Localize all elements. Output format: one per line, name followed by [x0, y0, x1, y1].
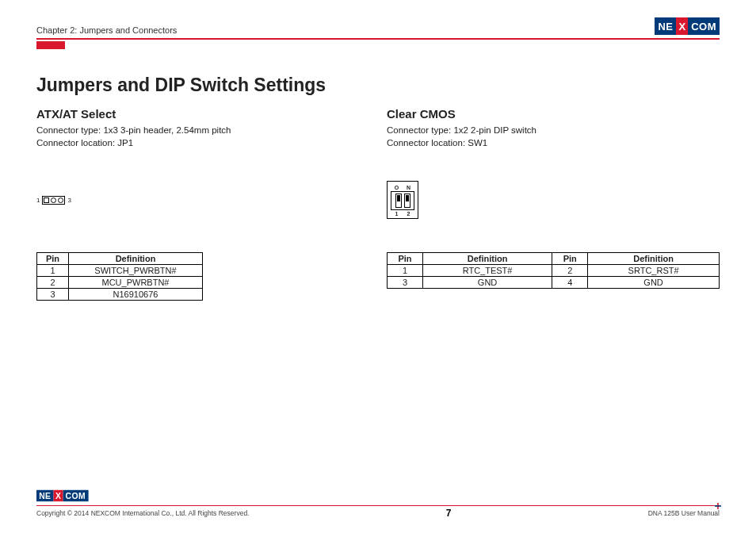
dip-label-n: N: [407, 185, 410, 190]
manual-name: DNA 125B User Manual: [648, 509, 720, 517]
header-rule: [36, 38, 720, 40]
atx-pin-table: Pin Definition 1 SWITCH_PWRBTN# 2 MCU_PW…: [36, 252, 203, 301]
cmos-conn-loc: Connector location: SW1: [387, 136, 720, 149]
cmos-heading: Clear CMOS: [387, 107, 720, 121]
table-row: 3 N16910676: [37, 289, 203, 301]
logo-part-ne: NE: [655, 17, 676, 35]
logo-part-com: COM: [63, 489, 88, 500]
dip-label-1: 1: [395, 211, 399, 217]
footer-logo: NE X COM: [36, 489, 88, 500]
section-atx: ATX/AT Select Connector type: 1x3 3-pin …: [36, 107, 333, 301]
th-def: Definition: [69, 253, 203, 265]
table-row: 1 SWITCH_PWRBTN#: [37, 265, 203, 277]
pin-1-icon: [44, 197, 49, 203]
table-row: 3 GND 4 GND: [388, 277, 720, 289]
cmos-conn-type: Connector type: 1x2 2-pin DIP switch: [387, 124, 720, 136]
dip-label-o: O: [395, 185, 399, 190]
logo-part-x: X: [676, 17, 688, 35]
dip-slot-1: [395, 194, 402, 208]
svg-rect-1: [715, 505, 721, 507]
footer-rule: [36, 505, 720, 507]
chapter-title: Chapter 2: Jumpers and Connectors: [36, 25, 177, 35]
brand-logo: NE X COM: [655, 17, 720, 35]
table-header-row: Pin Definition: [37, 253, 203, 265]
atx-conn-type: Connector type: 1x3 3-pin header, 2.54mm…: [36, 124, 333, 136]
pin-3-icon: [58, 197, 63, 203]
atx-conn-loc: Connector location: JP1: [36, 136, 333, 149]
footer-cross-icon: [715, 503, 721, 509]
dip-handle-icon: [406, 195, 409, 201]
table-row: 1 RTC_TEST# 2 SRTC_RST#: [388, 265, 720, 277]
th-def: Definition: [423, 253, 552, 265]
dip-label-2: 2: [407, 211, 410, 217]
header-accent-block: [36, 41, 65, 49]
table-row: 2 MCU_PWRBTN#: [37, 277, 203, 289]
th-pin: Pin: [552, 253, 588, 265]
table-header-row: Pin Definition Pin Definition: [388, 253, 720, 265]
th-pin: Pin: [37, 253, 69, 265]
logo-part-x: X: [54, 489, 63, 500]
cmos-pin-table: Pin Definition Pin Definition 1 RTC_TEST…: [387, 252, 720, 289]
logo-part-com: COM: [688, 17, 720, 35]
pin-header-diagram: 1 3: [36, 196, 71, 205]
pin-label-1: 1: [36, 197, 40, 204]
page-title: Jumpers and DIP Switch Settings: [36, 75, 720, 96]
atx-heading: ATX/AT Select: [36, 107, 333, 121]
dip-handle-icon: [397, 195, 400, 201]
th-pin: Pin: [388, 253, 423, 265]
pin-label-3: 3: [67, 197, 71, 204]
dip-switch-diagram: O N 1 2: [387, 181, 418, 219]
page-number: 7: [446, 508, 452, 519]
logo-part-ne: NE: [36, 489, 54, 500]
th-def: Definition: [588, 253, 720, 265]
copyright-text: Copyright © 2014 NEXCOM International Co…: [36, 509, 249, 517]
pin-2-icon: [51, 197, 56, 203]
dip-slot-2: [404, 194, 410, 208]
section-cmos: Clear CMOS Connector type: 1x2 2-pin DIP…: [387, 107, 720, 301]
